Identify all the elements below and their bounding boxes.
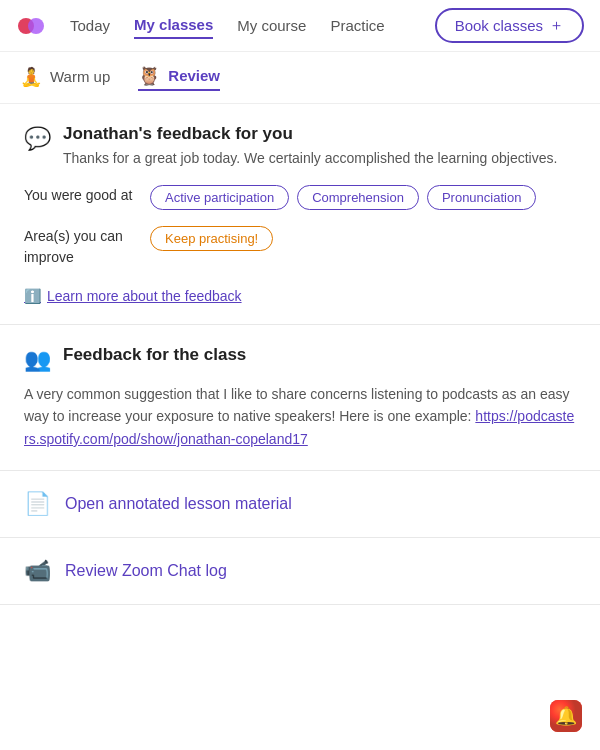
book-classes-label: Book classes [455, 17, 543, 34]
document-icon: 📄 [24, 491, 51, 517]
class-feedback-text: A very common suggestion that I like to … [24, 383, 576, 450]
feedback-subtitle: Thanks for a great job today. We certain… [63, 148, 557, 169]
annotated-lesson-label: Open annotated lesson material [65, 495, 292, 513]
logo [16, 11, 46, 41]
good-at-tags: Active participation Comprehension Pronu… [150, 185, 536, 210]
zoom-chat-label: Review Zoom Chat log [65, 562, 227, 580]
main-content: 💬 Jonathan's feedback for you Thanks for… [0, 104, 600, 605]
warm-up-icon: 🧘 [20, 66, 42, 88]
tag-pronunciation: Pronunciation [427, 185, 537, 210]
info-icon: ℹ️ [24, 288, 41, 304]
tag-comprehension: Comprehension [297, 185, 419, 210]
improve-row: Area(s) you can improve Keep practising! [24, 226, 576, 268]
notification-icon[interactable]: 🔔 [548, 698, 584, 734]
improve-tags: Keep practising! [150, 226, 273, 251]
good-at-label: You were good at [24, 185, 134, 206]
svg-text:🔔: 🔔 [555, 705, 578, 727]
review-icon: 🦉 [138, 65, 160, 87]
book-classes-button[interactable]: Book classes ＋ [435, 8, 584, 43]
tag-keep-practising: Keep practising! [150, 226, 273, 251]
tab-warm-up-label: Warm up [50, 68, 110, 85]
nav-practice[interactable]: Practice [330, 13, 384, 38]
class-feedback-card: 👥 Feedback for the class A very common s… [0, 325, 600, 471]
class-feedback-header: 👥 Feedback for the class [24, 345, 576, 373]
improve-label: Area(s) you can improve [24, 226, 134, 268]
good-at-row: You were good at Active participation Co… [24, 185, 576, 210]
feedback-title: Jonathan's feedback for you [63, 124, 557, 144]
plus-icon: ＋ [549, 16, 564, 35]
learn-more-link[interactable]: ℹ️ Learn more about the feedback [24, 288, 576, 304]
nav-my-course[interactable]: My course [237, 13, 306, 38]
tab-warm-up[interactable]: 🧘 Warm up [20, 66, 110, 90]
learn-more-label: Learn more about the feedback [47, 288, 242, 304]
annotated-lesson-action[interactable]: 📄 Open annotated lesson material [0, 471, 600, 538]
nav-my-classes[interactable]: My classes [134, 12, 213, 39]
tab-review[interactable]: 🦉 Review [138, 65, 220, 91]
sub-nav: 🧘 Warm up 🦉 Review [0, 52, 600, 104]
feedback-header: 💬 Jonathan's feedback for you Thanks for… [24, 124, 576, 169]
tab-review-label: Review [168, 67, 220, 84]
zoom-chat-action[interactable]: 📹 Review Zoom Chat log [0, 538, 600, 605]
group-icon: 👥 [24, 347, 51, 373]
nav-today[interactable]: Today [70, 13, 110, 38]
personal-feedback-card: 💬 Jonathan's feedback for you Thanks for… [0, 104, 600, 325]
feedback-message-icon: 💬 [24, 126, 51, 152]
tag-active-participation: Active participation [150, 185, 289, 210]
svg-point-1 [28, 18, 44, 34]
top-nav: Today My classes My course Practice Book… [0, 0, 600, 52]
class-feedback-title: Feedback for the class [63, 345, 246, 365]
video-icon: 📹 [24, 558, 51, 584]
